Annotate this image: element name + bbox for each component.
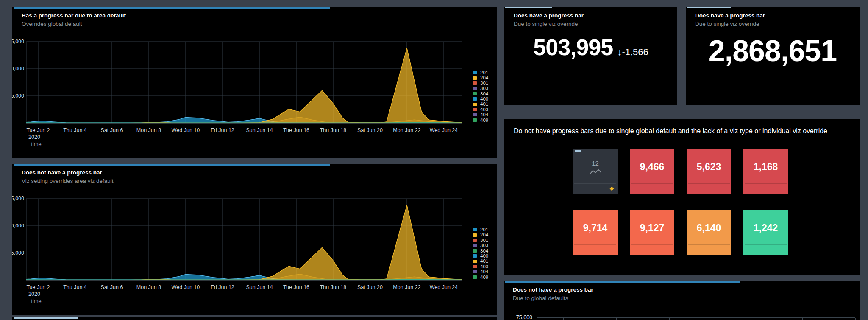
legend-item-404[interactable]: 404 xyxy=(473,112,488,117)
x-tick-year-label: 2020 xyxy=(28,134,40,140)
y-tick-label: 50,000 xyxy=(12,223,24,229)
legend-label: 201 xyxy=(480,70,488,75)
legend-item-301[interactable]: 301 xyxy=(473,238,488,243)
legend-swatch xyxy=(473,81,477,85)
tile-value: 5,623 xyxy=(687,161,731,173)
legend-label: 400 xyxy=(480,96,488,101)
legend-label: 403 xyxy=(480,107,488,112)
legend-swatch xyxy=(473,97,477,101)
tile-value: 12 xyxy=(573,160,618,167)
gridline-stub xyxy=(802,318,803,320)
x-tick-label: Tue Jun 2 xyxy=(26,127,50,133)
gridline-stub xyxy=(723,318,723,320)
legend-item-404[interactable]: 404 xyxy=(473,269,488,274)
legend-label: 301 xyxy=(480,238,488,243)
x-tick-label: Mon Jun 8 xyxy=(136,284,161,290)
tile-value: 6,140 xyxy=(687,222,731,234)
tile-divider xyxy=(574,183,616,184)
x-axis-title: _time xyxy=(28,141,42,147)
y-tick-label: 50,000 xyxy=(12,66,24,72)
legend-item-301[interactable]: 301 xyxy=(473,81,488,86)
single-value-tile[interactable]: 1,242 xyxy=(743,210,788,255)
legend-label: 301 xyxy=(480,81,488,86)
mini-chart-axis xyxy=(537,317,855,320)
legend-item-204[interactable]: 204 xyxy=(473,232,488,237)
single-value-tile-sparkline[interactable]: 12 xyxy=(573,149,618,194)
x-tick-label: Sat Jun 6 xyxy=(101,284,123,290)
legend-label: 404 xyxy=(480,112,488,117)
panel-subtitle: Due to single viz override xyxy=(514,21,578,27)
legend-item-400[interactable]: 400 xyxy=(473,96,488,101)
chart-legend[interactable]: 201204301303304400401403404409 xyxy=(473,70,488,123)
legend-item-201[interactable]: 201 xyxy=(473,227,488,232)
single-value-tile[interactable]: 9,714 xyxy=(573,210,618,255)
y-tick-label: 75,000 xyxy=(12,196,24,202)
legend-label: 409 xyxy=(480,275,488,280)
legend-item-409[interactable]: 409 xyxy=(473,275,488,280)
legend-item-403[interactable]: 403 xyxy=(473,107,488,112)
panel-single-value-a: Does have a progress bar Due to single v… xyxy=(504,7,677,105)
x-tick-label: Fri Jun 12 xyxy=(211,284,234,290)
single-value-tile[interactable]: 1,168 xyxy=(743,149,788,194)
progress-bar xyxy=(505,7,552,8)
legend-item-303[interactable]: 303 xyxy=(473,86,488,91)
panel-area-global-default: Does not have a progress bar Due to glob… xyxy=(504,281,860,320)
area-chart[interactable]: Tue Jun 2Thu Jun 4Sat Jun 6Mon Jun 8Wed … xyxy=(12,7,497,158)
x-tick-label: Tue Jun 16 xyxy=(283,284,309,290)
panel-area-override: Does not have a progress bar Viz setting… xyxy=(12,164,497,315)
panel-clipped-bottom-left xyxy=(12,317,497,320)
legend-swatch xyxy=(473,244,477,247)
single-value-tile[interactable]: 9,127 xyxy=(630,210,674,255)
legend-swatch xyxy=(473,76,477,80)
progress-bar xyxy=(14,317,78,319)
tile-divider xyxy=(745,183,787,184)
area-chart[interactable]: Tue Jun 2Thu Jun 4Sat Jun 6Mon Jun 8Wed … xyxy=(12,164,497,315)
legend-swatch xyxy=(473,233,477,237)
legend-swatch xyxy=(473,260,477,263)
legend-item-201[interactable]: 201 xyxy=(473,70,488,75)
legend-item-304[interactable]: 304 xyxy=(473,91,488,96)
legend-swatch xyxy=(473,254,477,258)
legend-item-401[interactable]: 401 xyxy=(473,258,488,264)
tile-divider xyxy=(631,244,673,245)
diamond-marker-icon xyxy=(610,187,614,191)
legend-item-409[interactable]: 409 xyxy=(473,118,488,123)
y-axis-tick-label: 75,000 xyxy=(507,314,532,320)
legend-swatch xyxy=(473,71,477,74)
legend-swatch xyxy=(473,239,477,242)
x-tick-label: Tue Jun 2 xyxy=(26,284,50,290)
tile-divider xyxy=(688,244,730,245)
tile-value: 9,466 xyxy=(630,161,674,173)
trend-value: -1,566 xyxy=(622,47,648,57)
single-value-tile[interactable]: 6,140 xyxy=(687,210,731,255)
panel-subtitle: Due to single viz override xyxy=(695,21,760,27)
x-tick-label: Mon Jun 22 xyxy=(393,127,420,133)
tile-progress-bar xyxy=(575,150,581,152)
legend-label: 404 xyxy=(480,269,488,274)
legend-swatch xyxy=(473,87,477,90)
gridline-stub xyxy=(537,318,537,320)
single-value-tile[interactable]: 9,466 xyxy=(630,149,674,194)
legend-swatch xyxy=(473,108,477,111)
legend-swatch xyxy=(473,113,477,116)
legend-item-303[interactable]: 303 xyxy=(473,243,488,248)
tile-value: 9,714 xyxy=(573,222,618,234)
legend-item-400[interactable]: 400 xyxy=(473,253,488,258)
single-value-tile[interactable]: 5,623 xyxy=(687,149,731,194)
legend-item-304[interactable]: 304 xyxy=(473,248,488,253)
y-tick-label: 25,000 xyxy=(12,93,24,99)
chart-legend[interactable]: 201204301303304400401403404409 xyxy=(473,227,488,280)
tile-value: 1,242 xyxy=(743,222,788,234)
legend-label: 304 xyxy=(480,91,488,96)
tile-divider xyxy=(745,244,787,245)
gridline-stub xyxy=(776,318,776,320)
panel-area-default: Has a progress bar due to area default O… xyxy=(12,7,497,158)
legend-swatch xyxy=(473,228,477,231)
x-tick-label: Wed Jun 10 xyxy=(172,284,200,290)
legend-item-401[interactable]: 401 xyxy=(473,101,488,107)
panel-tile-grid: Do not have progress bars due to single … xyxy=(504,119,860,275)
legend-label: 204 xyxy=(480,232,488,237)
legend-item-204[interactable]: 204 xyxy=(473,75,488,80)
legend-item-403[interactable]: 403 xyxy=(473,264,488,269)
gridline-stub xyxy=(855,318,856,320)
